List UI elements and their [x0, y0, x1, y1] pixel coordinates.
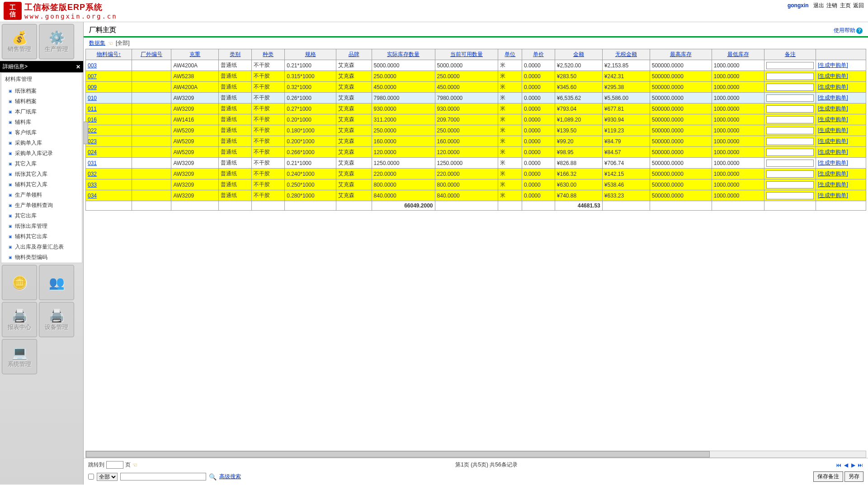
material-code-link[interactable]: 016 — [88, 117, 97, 123]
sidebar-tile[interactable]: 💻系统管理 — [2, 339, 37, 374]
remark-input[interactable] — [766, 73, 814, 80]
table-row[interactable]: 024AW5209普通纸不干胶0.266*1000艾克森120.0000120.… — [86, 147, 866, 158]
help-link[interactable]: 使用帮助 ? — [834, 27, 863, 34]
table-row[interactable]: 016AW1416普通纸不干胶0.20*1000艾克森311.2000209.7… — [86, 114, 866, 125]
material-code-link[interactable]: 034 — [88, 193, 97, 199]
table-row[interactable]: 010AW3209普通纸不干胶0.26*1000艾克森7980.00007980… — [86, 93, 866, 104]
sidebar-tile[interactable]: 🪙 — [2, 265, 37, 300]
material-code-link[interactable]: 033 — [88, 182, 97, 188]
submenu-item[interactable]: ▣纸张出库管理 — [1, 221, 82, 231]
advanced-search-link[interactable]: 高级搜索 — [219, 473, 241, 480]
col-header[interactable]: 品牌 — [336, 49, 372, 60]
col-header[interactable]: 无税金额 — [602, 49, 650, 60]
submenu-item[interactable]: ▣客户纸库 — [1, 127, 82, 138]
submenu-item[interactable]: ▣其它入库 — [1, 159, 82, 169]
table-row[interactable]: 007AW5238普通纸不干胶0.315*1000艾克森250.0000250.… — [86, 71, 866, 82]
col-header[interactable]: 物料编号↑ — [86, 49, 132, 60]
save-as-button[interactable]: 另存 — [844, 471, 863, 482]
material-code-link[interactable]: 010 — [88, 95, 97, 101]
submenu-item[interactable]: ▣纸张其它入库 — [1, 169, 82, 179]
filter-select[interactable]: 全部 — [97, 473, 118, 481]
col-header-link[interactable]: 备注 — [785, 51, 796, 57]
remark-input[interactable] — [766, 84, 814, 91]
filter-checkbox[interactable] — [88, 474, 94, 480]
horizontal-scrollbar[interactable] — [85, 451, 866, 458]
col-header-link[interactable]: 当前可用数量 — [450, 51, 483, 57]
goto-page-input[interactable] — [106, 461, 123, 469]
col-header[interactable] — [816, 49, 866, 60]
generate-po-link[interactable]: [生成申购单] — [818, 94, 848, 101]
save-remark-button[interactable]: 保存备注 — [813, 471, 843, 482]
sidebar-tile[interactable]: ⚙️生产管理 — [39, 24, 74, 59]
generate-po-link[interactable]: [生成申购单] — [818, 149, 848, 155]
link-back[interactable]: 返回 — [853, 2, 864, 9]
close-icon[interactable]: ✕ — [76, 64, 80, 70]
col-header-link[interactable]: 克重 — [189, 51, 200, 57]
material-code-link[interactable]: 023 — [88, 138, 97, 145]
generate-po-link[interactable]: [生成申购单] — [818, 181, 848, 188]
table-container[interactable]: 物料编号↑厂外编号克重类别种类规格品牌实际库存数量当前可用数量单位单价金额无税金… — [84, 49, 868, 451]
col-header-link[interactable]: 种类 — [263, 51, 274, 57]
col-header-link[interactable]: 无税金额 — [615, 51, 637, 57]
material-code-link[interactable]: 022 — [88, 127, 97, 134]
search-input[interactable] — [120, 473, 206, 480]
sidebar-collapse-handle[interactable] — [84, 122, 88, 144]
table-row[interactable]: 011AW3209普通纸不干胶0.27*1000艾克森930.0000930.0… — [86, 104, 866, 114]
remark-input[interactable] — [766, 138, 814, 145]
col-header-link[interactable]: 实际库存数量 — [387, 51, 420, 57]
remark-input[interactable] — [766, 149, 814, 156]
material-code-link[interactable]: 009 — [88, 84, 97, 90]
link-logout[interactable]: 退出 — [813, 2, 824, 9]
submenu-item[interactable]: ▣纸张档案 — [1, 86, 82, 96]
goto-hand-icon[interactable]: ☜ — [132, 462, 137, 468]
submenu-item[interactable]: ▣采购单入库记录 — [1, 148, 82, 159]
col-header-link[interactable]: 厂外编号 — [141, 51, 162, 57]
col-header-link[interactable]: 物料编号↑ — [97, 51, 121, 57]
remark-input[interactable] — [766, 62, 814, 69]
material-code-link[interactable]: 007 — [88, 73, 97, 80]
material-code-link[interactable]: 031 — [88, 160, 97, 166]
col-header[interactable]: 克重 — [171, 49, 219, 60]
submenu-item[interactable]: ▣采购单入库 — [1, 138, 82, 148]
table-row[interactable]: 032AW3209普通纸不干胶0.240*1000艾克森220.0000220.… — [86, 169, 866, 179]
col-header[interactable]: 厂外编号 — [132, 49, 171, 60]
submenu-item[interactable]: ▣辅料档案 — [1, 96, 82, 107]
submenu-item[interactable]: ▣辅料其它出库 — [1, 231, 82, 242]
col-header-link[interactable]: 最低库存 — [727, 51, 749, 57]
material-code-link[interactable]: 032 — [88, 171, 97, 177]
sidebar-detail-bar[interactable]: 詳細信息> ✕ — [0, 61, 83, 72]
col-header-link[interactable]: 规格 — [305, 51, 316, 57]
generate-po-link[interactable]: [生成申购单] — [818, 62, 848, 68]
col-header-link[interactable]: 金额 — [573, 51, 584, 57]
col-header-link[interactable]: 单位 — [505, 51, 515, 57]
material-code-link[interactable]: 003 — [88, 62, 97, 69]
remark-input[interactable] — [766, 160, 814, 167]
sidebar-tile[interactable]: 🖨️设备管理 — [39, 302, 74, 337]
generate-po-link[interactable]: [生成申购单] — [818, 192, 848, 198]
sidebar-tile[interactable]: 💰销售管理 — [2, 24, 37, 59]
col-header[interactable]: 规格 — [285, 49, 336, 60]
col-header-link[interactable]: 品牌 — [349, 51, 359, 57]
col-header-link[interactable]: 最高库存 — [670, 51, 692, 57]
col-header[interactable]: 单价 — [522, 49, 555, 60]
remark-input[interactable] — [766, 127, 814, 134]
last-page-icon[interactable]: ⏭ — [857, 462, 863, 468]
link-home[interactable]: 主页 — [840, 2, 851, 9]
submenu-item[interactable]: ▣辅料库 — [1, 117, 82, 127]
submenu-item[interactable]: ▣其它出库 — [1, 211, 82, 221]
remark-input[interactable] — [766, 105, 814, 113]
table-row[interactable]: 031AW3209普通纸不干胶0.21*1000艾克森1250.00001250… — [86, 158, 866, 169]
col-header-link[interactable]: 类别 — [230, 51, 241, 57]
material-code-link[interactable]: 024 — [88, 149, 97, 155]
scrollbar-thumb[interactable] — [86, 451, 710, 457]
col-header[interactable]: 单位 — [498, 49, 522, 60]
generate-po-link[interactable]: [生成申购单] — [818, 170, 848, 177]
table-row[interactable]: 034AW3209普通纸不干胶0.280*1000艾克森840.0000840.… — [86, 190, 866, 201]
submenu-item[interactable]: ▣辅料其它入库 — [1, 179, 82, 190]
next-page-icon[interactable]: ▶ — [850, 462, 856, 468]
col-header[interactable]: 最低库存 — [712, 49, 764, 60]
generate-po-link[interactable]: [生成申购单] — [818, 73, 848, 79]
table-row[interactable]: 033AW3209普通纸不干胶0.250*1000艾克森800.0000800.… — [86, 179, 866, 190]
col-header[interactable]: 当前可用数量 — [435, 49, 498, 60]
remark-input[interactable] — [766, 192, 814, 199]
